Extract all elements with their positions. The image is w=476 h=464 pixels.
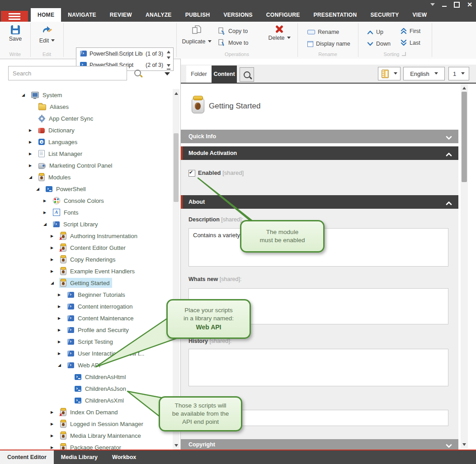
scroll-down-icon[interactable] (167, 56, 170, 61)
expand-arrow-icon[interactable]: ▶ (58, 352, 66, 356)
sort-down-button[interactable]: Down (367, 41, 391, 47)
expand-arrow-icon[interactable]: ▶ (58, 316, 66, 320)
ribbon-tab-view[interactable]: VIEW (405, 8, 434, 22)
maximize-icon[interactable] (454, 2, 460, 8)
tree-item[interactable]: ▶Media Library Maintenance (0, 430, 173, 441)
collapse-arrow-icon[interactable]: ◢ (29, 175, 38, 179)
ribbon-tab-publish[interactable]: PUBLISH (179, 8, 217, 22)
chevron-down-icon[interactable] (430, 3, 435, 8)
expand-arrow-icon[interactable]: ▶ (51, 410, 59, 414)
tree-item[interactable]: App Center Sync (0, 112, 173, 124)
tab-folder[interactable]: Folder (186, 66, 212, 83)
tree-item[interactable]: ChildrenAsHtml (0, 371, 173, 383)
ribbon-tab-home[interactable]: HOME (31, 8, 61, 22)
app-tab-workbox[interactable]: Workbox (105, 450, 143, 464)
content-scrollbar-thumb[interactable] (462, 92, 467, 182)
edit-button[interactable]: Edit (33, 25, 61, 44)
tree-item[interactable]: ◢Script Library (0, 218, 173, 230)
tree-item[interactable]: ▶Content interrogation (0, 300, 173, 312)
close-icon[interactable]: ✕ (467, 1, 472, 8)
scrollbar-up-icon[interactable] (461, 84, 468, 90)
tree-scrollbar[interactable] (173, 89, 179, 450)
expand-arrow-icon[interactable]: ▶ (29, 164, 38, 168)
tree-item[interactable]: ▶✘Index On Demand (0, 406, 173, 418)
ribbon-tab-review[interactable]: REVIEW (103, 8, 139, 22)
tab-content[interactable]: Content (212, 66, 237, 83)
tree-item[interactable]: ◢Web API (0, 359, 173, 371)
tree-item[interactable]: ▶User Interaction - How t... (0, 347, 173, 359)
section-module-activation[interactable]: Module Activation (181, 146, 458, 160)
ribbon-tab-presentation[interactable]: PRESENTATION (307, 8, 364, 22)
tree-item[interactable]: ▶List Manager (0, 148, 173, 159)
ribbon-tab-security[interactable]: SECURITY (363, 8, 405, 22)
collapse-arrow-icon[interactable]: ◢ (58, 363, 66, 367)
expand-arrow-icon[interactable]: ▶ (51, 445, 59, 450)
tree-item[interactable]: ▶✘Content Editor Gutter (0, 242, 173, 253)
tree-item[interactable]: ▶Package Generator (0, 441, 173, 450)
tree-item[interactable]: ChildrenAsJson (0, 383, 173, 394)
app-tab-media-library[interactable]: Media Library (54, 450, 105, 464)
expand-arrow-icon[interactable]: ▶ (51, 269, 59, 273)
expand-arrow-icon[interactable]: ▶ (51, 422, 59, 426)
tree-item[interactable]: ▶Languages (0, 136, 173, 148)
tree-item[interactable]: ChildrenAsXml (0, 394, 173, 406)
hamburger-menu-button[interactable] (1, 11, 28, 22)
sort-last-button[interactable]: Last (401, 39, 420, 46)
tree-item[interactable]: ▶Marketing Control Panel (0, 159, 173, 171)
ribbon-tab-configure[interactable]: CONFIGURE (259, 8, 307, 22)
tree-item[interactable]: ▶Dictionary (0, 124, 173, 136)
tree-item[interactable]: ◢PowerShell (0, 183, 173, 195)
ribbon-tab-navigate[interactable]: NAVIGATE (61, 8, 103, 22)
expand-arrow-icon[interactable]: ▶ (29, 128, 38, 132)
tree-item[interactable]: ▶Beginner Tutorials (0, 289, 173, 300)
app-tab-content-editor[interactable]: Content Editor (0, 450, 54, 464)
ribbon-tab-analyze[interactable]: ANALYZE (139, 8, 179, 22)
scroll-last-icon[interactable] (167, 64, 170, 70)
expand-arrow-icon[interactable]: ▶ (43, 199, 52, 203)
tree-item[interactable]: ▶Profile and Security (0, 324, 173, 336)
expand-arrow-icon[interactable]: ▶ (29, 140, 38, 144)
collapse-arrow-icon[interactable]: ◢ (22, 93, 30, 97)
profile-dropdown-button[interactable] (378, 67, 401, 80)
tree-item[interactable]: ▶Copy Renderings (0, 253, 173, 265)
expand-arrow-icon[interactable]: ▶ (51, 258, 59, 262)
enabled-checkbox[interactable] (189, 170, 195, 177)
expand-arrow-icon[interactable]: ▶ (58, 340, 66, 344)
tree-item[interactable]: ▶Fonts (0, 206, 173, 218)
tree-item[interactable]: ▶Script Testing (0, 336, 173, 347)
scrollbar-down-icon[interactable] (461, 442, 468, 449)
collapse-arrow-icon[interactable]: ◢ (51, 281, 59, 285)
tree-item[interactable]: ◢Modules (0, 171, 173, 183)
tree-item[interactable]: ▶Console Colors (0, 195, 173, 206)
expand-arrow-icon[interactable]: ▶ (58, 328, 66, 332)
section-quick-info[interactable]: Quick Info (181, 130, 458, 143)
dialog-launcher-icon[interactable] (402, 52, 406, 56)
version-dropdown-button[interactable]: 1 (448, 67, 469, 80)
scrollbar-down-icon[interactable] (173, 443, 179, 450)
dialog-launcher-icon[interactable] (125, 52, 129, 56)
tree-item[interactable]: ▶Example Event Handlers (0, 265, 173, 277)
search-options-caret-icon[interactable] (165, 72, 170, 78)
display-name-button[interactable]: Display name (307, 41, 350, 47)
tree-item[interactable]: ▶Content Maintenance (0, 312, 173, 324)
expand-arrow-icon[interactable]: ▶ (58, 293, 66, 297)
content-search-button[interactable] (240, 67, 254, 82)
tree-item[interactable]: ▶Logged in Session Manager (0, 418, 173, 430)
history-field[interactable] (189, 349, 448, 386)
sort-up-button[interactable]: Up (367, 29, 383, 35)
expand-arrow-icon[interactable]: ▶ (58, 305, 66, 309)
collapse-arrow-icon[interactable]: ◢ (43, 222, 52, 226)
duplicate-button[interactable]: Duplicate (182, 24, 212, 45)
expand-arrow-icon[interactable]: ▶ (51, 246, 59, 250)
content-scrollbar[interactable] (461, 84, 468, 449)
collapse-arrow-icon[interactable]: ◢ (36, 187, 45, 191)
expand-arrow-icon[interactable]: ▶ (51, 234, 59, 238)
delete-button[interactable]: Delete (264, 24, 294, 42)
tree-item[interactable]: Aliases (0, 101, 173, 112)
scrollbar-up-icon[interactable] (173, 89, 179, 96)
section-about[interactable]: About (181, 195, 458, 209)
language-dropdown-button[interactable]: English (403, 67, 445, 80)
search-input[interactable] (8, 66, 127, 80)
tree-item[interactable]: ◢Getting Started (0, 277, 173, 289)
tree-item[interactable]: ◢System (0, 89, 173, 101)
